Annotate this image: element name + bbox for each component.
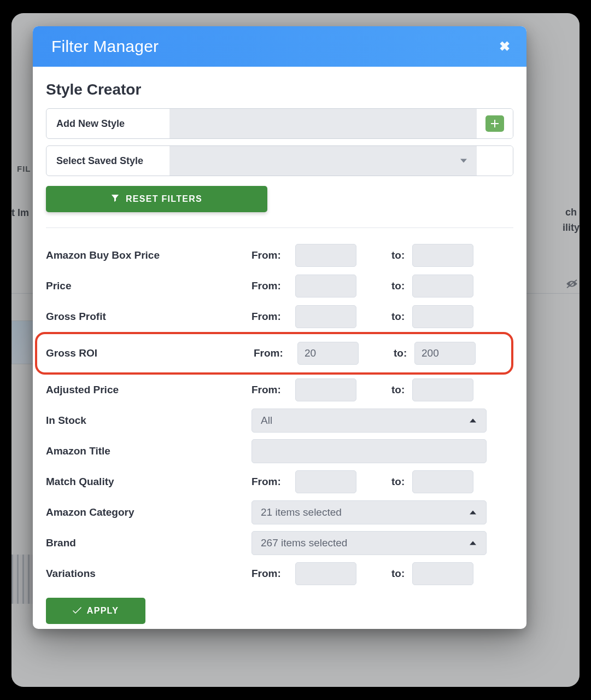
filter-amazon-category: Amazon Category 21 items selected bbox=[46, 497, 513, 528]
filter-label: Price bbox=[46, 280, 251, 292]
filter-label: Brand bbox=[46, 537, 251, 549]
filter-label: Gross Profit bbox=[46, 311, 251, 323]
funnel-icon bbox=[111, 194, 119, 205]
filter-brand: Brand 267 items selected bbox=[46, 528, 513, 558]
select-saved-style-label: Select Saved Style bbox=[46, 146, 169, 176]
to-label: to: bbox=[394, 347, 414, 359]
filter-match-quality: Match Quality From: to: bbox=[46, 466, 513, 497]
to-input[interactable] bbox=[414, 342, 476, 365]
to-label: to: bbox=[391, 311, 412, 323]
apply-button[interactable]: APPLY bbox=[46, 598, 145, 624]
from-label: From: bbox=[251, 311, 295, 323]
from-label: From: bbox=[251, 384, 295, 396]
brand-selected: 267 items selected bbox=[261, 537, 347, 549]
modal-body: Style Creator Add New Style Select Saved… bbox=[33, 67, 526, 629]
filter-label: Gross ROI bbox=[46, 347, 254, 359]
filter-manager-modal: Filter Manager ✖ Style Creator Add New S… bbox=[33, 26, 526, 629]
from-label: From: bbox=[251, 249, 295, 261]
select-saved-style-dropdown[interactable] bbox=[169, 146, 477, 176]
from-label: From: bbox=[251, 280, 295, 292]
section-divider bbox=[46, 228, 513, 228]
filters-list: Amazon Buy Box Price From: to: Price Fro… bbox=[46, 240, 513, 589]
brand-select[interactable]: 267 items selected bbox=[251, 531, 487, 555]
from-label: From: bbox=[251, 568, 295, 580]
check-icon bbox=[73, 606, 81, 616]
add-new-style-row: Add New Style bbox=[46, 108, 513, 139]
from-input[interactable] bbox=[295, 244, 356, 267]
chevron-down-icon bbox=[460, 159, 467, 163]
saved-style-action-button[interactable] bbox=[477, 146, 513, 176]
select-saved-style-row: Select Saved Style bbox=[46, 145, 513, 176]
from-input[interactable] bbox=[295, 275, 356, 298]
to-label: to: bbox=[391, 568, 412, 580]
add-style-button[interactable] bbox=[477, 109, 513, 138]
amazon-category-selected: 21 items selected bbox=[261, 506, 342, 518]
filter-label: Match Quality bbox=[46, 476, 251, 488]
filter-variations: Variations From: to: bbox=[46, 558, 513, 589]
filter-label: In Stock bbox=[46, 415, 251, 427]
filter-label: Adjusted Price bbox=[46, 384, 251, 396]
filter-amazon-title: Amazon Title bbox=[46, 436, 513, 466]
chevron-up-icon bbox=[470, 419, 476, 423]
to-input[interactable] bbox=[412, 305, 473, 328]
add-new-style-label: Add New Style bbox=[46, 109, 169, 138]
to-label: to: bbox=[391, 280, 412, 292]
add-new-style-input[interactable] bbox=[169, 109, 477, 138]
from-label: From: bbox=[254, 347, 297, 359]
close-icon[interactable]: ✖ bbox=[499, 39, 510, 54]
amazon-category-select[interactable]: 21 items selected bbox=[251, 500, 487, 524]
modal-header: Filter Manager ✖ bbox=[33, 26, 526, 67]
amazon-title-input[interactable] bbox=[251, 439, 487, 463]
chevron-up-icon bbox=[470, 541, 476, 545]
from-input[interactable] bbox=[295, 470, 356, 493]
modal-title: Filter Manager bbox=[51, 37, 159, 56]
filter-price: Price From: to: bbox=[46, 271, 513, 301]
apply-label: APPLY bbox=[87, 606, 119, 616]
filter-label: Amazon Title bbox=[46, 445, 251, 457]
to-label: to: bbox=[391, 476, 412, 488]
to-input[interactable] bbox=[412, 562, 473, 585]
filter-label: Variations bbox=[46, 568, 251, 580]
filter-label: Amazon Category bbox=[46, 506, 251, 518]
from-input[interactable] bbox=[297, 342, 359, 365]
from-label: From: bbox=[251, 476, 295, 488]
from-input[interactable] bbox=[295, 378, 356, 401]
filter-gross-profit: Gross Profit From: to: bbox=[46, 301, 513, 332]
filter-in-stock: In Stock All bbox=[46, 405, 513, 436]
chevron-up-icon bbox=[470, 511, 476, 515]
plus-icon bbox=[485, 115, 504, 132]
in-stock-selected: All bbox=[261, 415, 272, 427]
filter-adjusted-price: Adjusted Price From: to: bbox=[46, 375, 513, 405]
to-input[interactable] bbox=[412, 378, 473, 401]
reset-filters-label: RESET FILTERS bbox=[126, 194, 202, 204]
to-input[interactable] bbox=[412, 470, 473, 493]
to-label: to: bbox=[391, 384, 412, 396]
to-input[interactable] bbox=[412, 244, 473, 267]
filter-label: Amazon Buy Box Price bbox=[46, 249, 251, 261]
to-label: to: bbox=[391, 249, 412, 261]
filter-amazon-buy-box-price: Amazon Buy Box Price From: to: bbox=[46, 240, 513, 271]
to-input[interactable] bbox=[412, 275, 473, 298]
style-creator-heading: Style Creator bbox=[46, 81, 513, 98]
filter-gross-roi: Gross ROI From: to: bbox=[35, 332, 513, 375]
reset-filters-button[interactable]: RESET FILTERS bbox=[46, 186, 267, 212]
from-input[interactable] bbox=[295, 305, 356, 328]
in-stock-select[interactable]: All bbox=[251, 409, 487, 433]
from-input[interactable] bbox=[295, 562, 356, 585]
